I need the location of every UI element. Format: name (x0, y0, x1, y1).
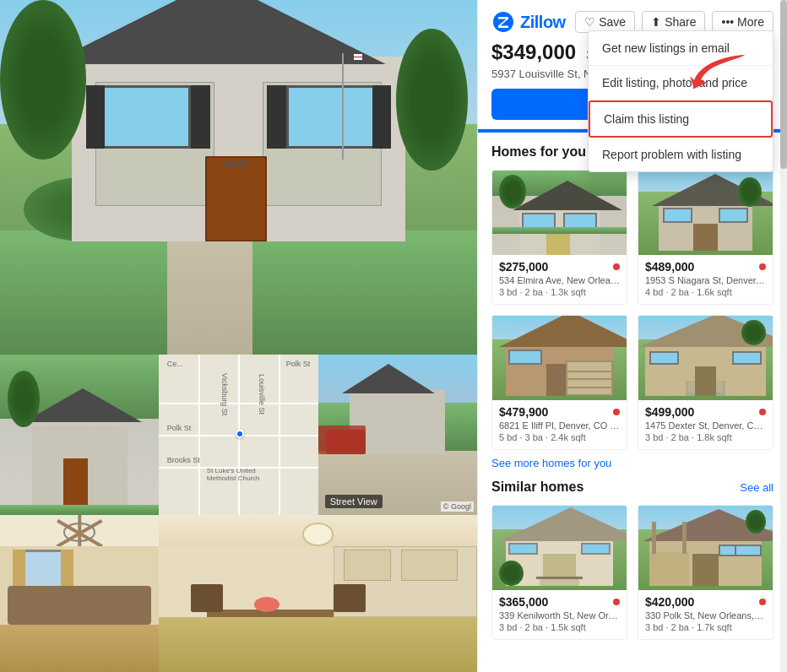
share-label: Share (665, 15, 696, 29)
similar-card-2-address: 330 Polk St, New Orleans, LA... (645, 610, 766, 621)
similar-homes-header: Similar homes See all (491, 480, 773, 495)
photo-cell-exterior[interactable] (0, 355, 159, 515)
similar-card-1-image (492, 506, 627, 590)
similar-card-1-price: $365,000 (499, 595, 548, 609)
zillow-z-icon (491, 10, 515, 34)
photo-grid: Louisville St Vicksburg St Polk St Brook… (0, 355, 477, 672)
similar-card-2-info: $420,000 330 Polk St, New Orleans, LA...… (638, 590, 773, 639)
home-card-4-status (759, 409, 766, 415)
home-card-2-address: 1953 S Niagara St, Denver, C... (645, 275, 766, 285)
homes-for-you-section: Homes for you $27 (478, 133, 787, 653)
home-card-1-price-row: $275,000 (499, 260, 620, 274)
home-card-3-status (613, 409, 620, 415)
home-card-3-info: $479,900 6821 E Iliff Pl, Denver, CO 80.… (492, 400, 627, 449)
dropdown-item-report[interactable]: Report problem with listing (589, 138, 773, 171)
see-more-homes-link[interactable]: See more homes for you (491, 457, 773, 469)
home-card-4-image (638, 316, 773, 400)
scrollbar-thumb[interactable] (780, 0, 787, 169)
home-card-2-image (638, 171, 773, 255)
similar-card-1-price-row: $365,000 (499, 595, 620, 609)
home-card-2-price: $489,000 (645, 260, 694, 274)
similar-card-2-price-row: $420,000 (645, 595, 766, 609)
homes-for-you-grid: $275,000 534 Elmira Ave, New Orleans... … (491, 170, 773, 450)
scrollbar-track (780, 0, 787, 672)
home-card-2-price-row: $489,000 (645, 260, 766, 274)
similar-card-1-status (613, 599, 620, 605)
home-card-3-address: 6821 E Iliff Pl, Denver, CO 80... (499, 420, 620, 431)
listing-price: $349,000 (491, 41, 576, 64)
home-card-3-price-row: $479,900 (499, 405, 620, 419)
photo-cell-map[interactable]: Louisville St Vicksburg St Polk St Brook… (159, 355, 318, 515)
dropdown-item-email[interactable]: Get new listings in email (589, 31, 773, 66)
dropdown-item-edit[interactable]: Edit listing, photo, and price (589, 66, 773, 100)
photo-cell-street-view[interactable]: Street View © Googl (318, 355, 477, 515)
home-card-1-info: $275,000 534 Elmira Ave, New Orleans... … (492, 255, 627, 304)
dropdown-item-claim[interactable]: Claim this listing (589, 100, 773, 138)
home-card-1-image (492, 171, 627, 255)
similar-card-1-details: 3 bd · 2 ba · 1.5k sqft (499, 622, 620, 632)
home-card-1[interactable]: $275,000 534 Elmira Ave, New Orleans... … (491, 170, 627, 305)
see-all-link[interactable]: See all (740, 481, 773, 494)
info-panel: Zillow ♡ Save ⬆ Share ••• More $349,000 (477, 0, 787, 672)
dropdown-menu: Get new listings in email Edit listing, … (588, 30, 773, 172)
photo-panel: 5937 (0, 0, 477, 672)
photo-cell-living-room[interactable] (0, 515, 159, 672)
zillow-brand-text: Zillow (520, 13, 566, 32)
home-card-4-info: $499,000 1475 Dexter St, Denver, CO ... … (638, 400, 773, 449)
heart-icon: ♡ (584, 15, 595, 29)
similar-homes-title: Similar homes (491, 480, 583, 495)
google-watermark: © Googl (441, 501, 474, 512)
home-card-1-status (613, 263, 620, 270)
similar-card-2-status (759, 599, 766, 605)
home-card-4-price: $499,000 (645, 405, 694, 419)
home-card-1-address: 534 Elmira Ave, New Orleans... (499, 275, 620, 285)
home-card-2-details: 4 bd · 2 ba · 1.6k sqft (645, 287, 766, 297)
photo-cell-dining[interactable] (159, 515, 477, 672)
similar-card-2[interactable]: $420,000 330 Polk St, New Orleans, LA...… (638, 505, 773, 640)
home-card-3-price: $479,900 (499, 405, 548, 419)
home-card-2-status (759, 263, 766, 270)
main-photo[interactable]: 5937 (0, 0, 477, 355)
similar-card-2-image (638, 506, 773, 590)
share-icon: ⬆ (651, 15, 661, 29)
home-card-3-details: 5 bd · 3 ba · 2.4k sqft (499, 432, 620, 442)
home-card-1-price: $275,000 (499, 260, 548, 274)
home-card-2-info: $489,000 1953 S Niagara St, Denver, C...… (638, 255, 773, 304)
home-card-4-address: 1475 Dexter St, Denver, CO ... (645, 420, 766, 431)
similar-card-1-info: $365,000 339 Kenilworth St, New Orle... … (492, 590, 627, 639)
zillow-logo: Zillow (491, 10, 566, 34)
similar-card-1[interactable]: $365,000 339 Kenilworth St, New Orle... … (491, 505, 627, 640)
home-card-4-details: 3 bd · 2 ba · 1.8k sqft (645, 432, 766, 442)
similar-card-2-price: $420,000 (645, 595, 694, 609)
home-card-1-details: 3 bd · 2 ba · 1.3k sqft (499, 287, 620, 297)
home-card-4[interactable]: $499,000 1475 Dexter St, Denver, CO ... … (638, 315, 773, 450)
similar-card-1-address: 339 Kenilworth St, New Orle... (499, 610, 620, 621)
more-dots-icon: ••• (721, 15, 734, 29)
more-label: More (737, 15, 764, 29)
home-card-3-image (492, 316, 627, 400)
street-view-label: Street View (325, 495, 383, 508)
home-card-4-price-row: $499,000 (645, 405, 766, 419)
home-card-3[interactable]: $479,900 6821 E Iliff Pl, Denver, CO 80.… (491, 315, 627, 450)
similar-card-2-details: 3 bd · 2 ba · 1.7k sqft (645, 622, 766, 632)
save-label: Save (599, 15, 626, 29)
home-card-2[interactable]: $489,000 1953 S Niagara St, Denver, C...… (638, 170, 773, 305)
similar-homes-grid: $365,000 339 Kenilworth St, New Orle... … (491, 505, 773, 640)
